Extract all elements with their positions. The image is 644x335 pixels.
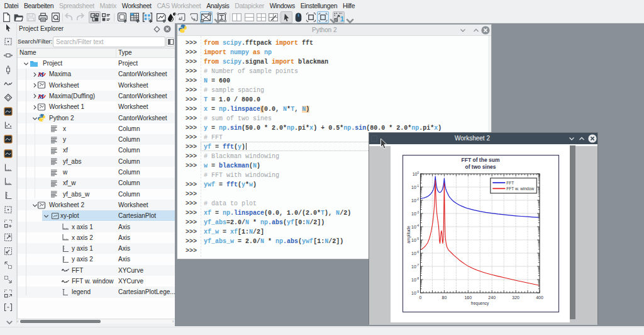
svg-text:320: 320	[512, 295, 519, 300]
svg-text:0: 0	[419, 295, 422, 300]
svg-text:amplitude: amplitude	[406, 225, 411, 244]
svg-text:frequency: frequency	[471, 301, 489, 306]
svg-text:1: 1	[340, 14, 344, 23]
svg-text:FFT w. window: FFT w. window	[506, 186, 534, 191]
svg-text:of two sines: of two sines	[465, 164, 496, 170]
svg-text:M: M	[37, 71, 45, 78]
svg-text:400: 400	[536, 295, 543, 300]
svg-text:M: M	[37, 93, 45, 100]
svg-text:80: 80	[442, 295, 447, 300]
svg-text:160: 160	[464, 295, 472, 300]
svg-text:FFT of the sum: FFT of the sum	[462, 157, 500, 163]
svg-text:240: 240	[488, 295, 496, 300]
svg-text:FFT: FFT	[506, 181, 514, 185]
